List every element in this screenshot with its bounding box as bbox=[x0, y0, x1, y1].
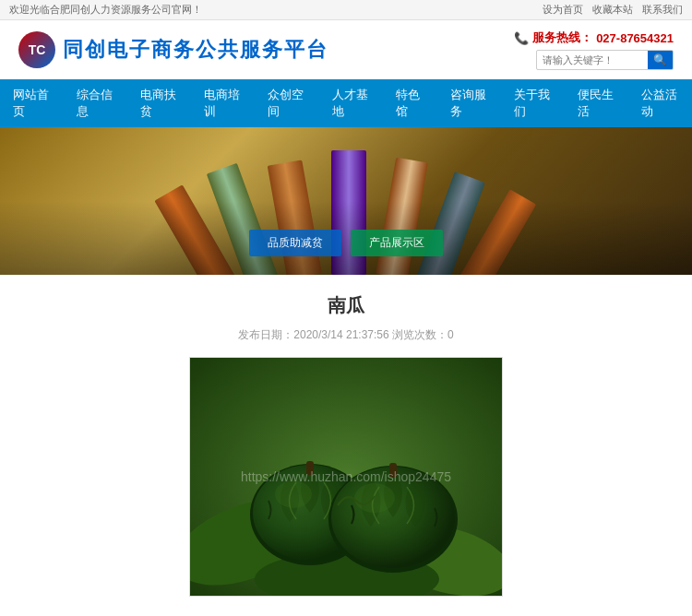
logo-icon: TC bbox=[18, 31, 55, 68]
search-box: 🔍 bbox=[536, 50, 674, 70]
nav-item-space[interactable]: 众创空间 bbox=[255, 79, 318, 127]
search-button[interactable]: 🔍 bbox=[648, 51, 673, 69]
svg-point-10 bbox=[354, 483, 395, 513]
nav-item-training[interactable]: 电商培训 bbox=[191, 79, 255, 127]
pumpkin-svg bbox=[190, 358, 503, 597]
header-right: 📞 服务热线： 027-87654321 🔍 bbox=[514, 30, 674, 70]
nav-item-consult[interactable]: 咨询服务 bbox=[437, 79, 501, 127]
top-bar-links: 设为首页 收藏本站 联系我们 bbox=[543, 3, 683, 17]
main-content: 南瓜 发布日期：2020/3/14 21:37:56 浏览次数：0 bbox=[0, 275, 692, 616]
search-input[interactable] bbox=[537, 53, 648, 67]
top-bar: 欢迎光临合肥同创人力资源服务公司官网！ 设为首页 收藏本站 联系我们 bbox=[0, 0, 692, 20]
nav-item-about[interactable]: 关于我们 bbox=[501, 79, 565, 127]
nav-item-talent[interactable]: 人才基地 bbox=[319, 79, 383, 127]
header: TC 同创电子商务公共服务平台 📞 服务热线： 027-87654321 🔍 bbox=[0, 20, 692, 79]
logo: TC 同创电子商务公共服务平台 bbox=[18, 31, 328, 68]
nav-item-specialty[interactable]: 特色馆 bbox=[383, 79, 437, 127]
banner-btn-2[interactable]: 产品展示区 bbox=[351, 230, 443, 256]
article-title: 南瓜 bbox=[37, 293, 655, 318]
banner-buttons: 品质助减贫 产品展示区 bbox=[249, 230, 443, 256]
nav-item-info[interactable]: 综合信息 bbox=[64, 79, 127, 127]
bookmark-link[interactable]: 收藏本站 bbox=[592, 3, 633, 17]
svg-point-6 bbox=[275, 480, 312, 508]
banner-btn-1[interactable]: 品质助减贫 bbox=[249, 230, 341, 256]
phone-icon: 📞 bbox=[514, 31, 529, 45]
phone-line: 📞 服务热线： 027-87654321 bbox=[514, 30, 674, 46]
nav-item-ecommerce[interactable]: 电商扶贫 bbox=[127, 79, 191, 127]
svg-rect-7 bbox=[306, 461, 314, 475]
nav-item-life[interactable]: 便民生活 bbox=[565, 79, 628, 127]
top-bar-welcome: 欢迎光临合肥同创人力资源服务公司官网！ bbox=[9, 3, 202, 17]
phone-number: 027-87654321 bbox=[596, 31, 674, 45]
main-nav: 网站首页 综合信息 电商扶贫 电商培训 众创空间 人才基地 特色馆 咨询服务 关… bbox=[0, 79, 692, 127]
banner: 品质助减贫 产品展示区 bbox=[0, 127, 692, 275]
article-meta: 发布日期：2020/3/14 21:37:56 浏览次数：0 bbox=[37, 327, 655, 343]
site-title: 同创电子商务公共服务平台 bbox=[63, 36, 328, 64]
svg-rect-11 bbox=[389, 463, 397, 478]
article-image: https://www.huzhan.com/ishop24475 bbox=[189, 357, 503, 597]
set-homepage-link[interactable]: 设为首页 bbox=[543, 3, 583, 17]
article-image-wrap: https://www.huzhan.com/ishop24475 bbox=[37, 357, 655, 599]
nav-item-home[interactable]: 网站首页 bbox=[0, 79, 64, 127]
nav-item-charity[interactable]: 公益活动 bbox=[628, 79, 692, 127]
contact-link[interactable]: 联系我们 bbox=[642, 3, 683, 17]
phone-label: 服务热线： bbox=[532, 30, 592, 46]
